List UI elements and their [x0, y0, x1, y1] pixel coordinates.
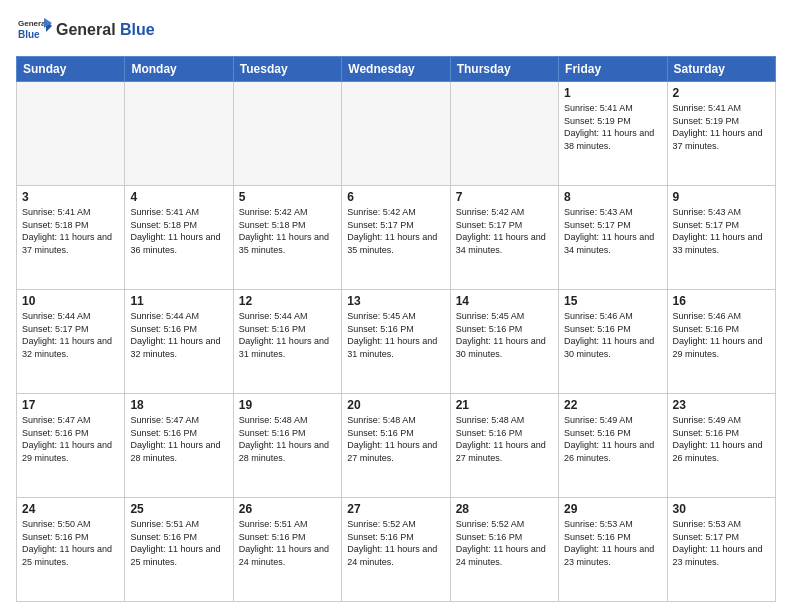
day-number: 2 — [673, 86, 770, 100]
day-cell: 20Sunrise: 5:48 AMSunset: 5:16 PMDayligh… — [342, 394, 450, 498]
col-header-saturday: Saturday — [667, 57, 775, 82]
day-info: Sunrise: 5:44 AMSunset: 5:16 PMDaylight:… — [130, 310, 227, 360]
day-info: Sunrise: 5:47 AMSunset: 5:16 PMDaylight:… — [22, 414, 119, 464]
day-number: 5 — [239, 190, 336, 204]
day-cell: 23Sunrise: 5:49 AMSunset: 5:16 PMDayligh… — [667, 394, 775, 498]
day-cell: 8Sunrise: 5:43 AMSunset: 5:17 PMDaylight… — [559, 186, 667, 290]
day-info: Sunrise: 5:48 AMSunset: 5:16 PMDaylight:… — [456, 414, 553, 464]
day-info: Sunrise: 5:44 AMSunset: 5:17 PMDaylight:… — [22, 310, 119, 360]
day-cell — [17, 82, 125, 186]
day-cell: 30Sunrise: 5:53 AMSunset: 5:17 PMDayligh… — [667, 498, 775, 602]
logo: General Blue General Blue — [16, 12, 155, 48]
svg-text:General: General — [18, 19, 48, 28]
day-cell — [450, 82, 558, 186]
day-cell: 3Sunrise: 5:41 AMSunset: 5:18 PMDaylight… — [17, 186, 125, 290]
day-info: Sunrise: 5:42 AMSunset: 5:17 PMDaylight:… — [347, 206, 444, 256]
day-info: Sunrise: 5:41 AMSunset: 5:18 PMDaylight:… — [130, 206, 227, 256]
col-header-friday: Friday — [559, 57, 667, 82]
logo-svg: General Blue — [16, 12, 52, 48]
day-info: Sunrise: 5:48 AMSunset: 5:16 PMDaylight:… — [347, 414, 444, 464]
day-cell: 24Sunrise: 5:50 AMSunset: 5:16 PMDayligh… — [17, 498, 125, 602]
day-number: 23 — [673, 398, 770, 412]
day-info: Sunrise: 5:44 AMSunset: 5:16 PMDaylight:… — [239, 310, 336, 360]
day-cell: 17Sunrise: 5:47 AMSunset: 5:16 PMDayligh… — [17, 394, 125, 498]
day-number: 15 — [564, 294, 661, 308]
day-cell: 9Sunrise: 5:43 AMSunset: 5:17 PMDaylight… — [667, 186, 775, 290]
day-cell: 6Sunrise: 5:42 AMSunset: 5:17 PMDaylight… — [342, 186, 450, 290]
day-number: 8 — [564, 190, 661, 204]
day-info: Sunrise: 5:49 AMSunset: 5:16 PMDaylight:… — [673, 414, 770, 464]
day-number: 18 — [130, 398, 227, 412]
day-cell — [342, 82, 450, 186]
day-info: Sunrise: 5:45 AMSunset: 5:16 PMDaylight:… — [456, 310, 553, 360]
day-info: Sunrise: 5:52 AMSunset: 5:16 PMDaylight:… — [456, 518, 553, 568]
svg-text:Blue: Blue — [18, 29, 40, 40]
day-number: 21 — [456, 398, 553, 412]
day-info: Sunrise: 5:41 AMSunset: 5:18 PMDaylight:… — [22, 206, 119, 256]
day-number: 13 — [347, 294, 444, 308]
day-number: 10 — [22, 294, 119, 308]
week-row-0: 1Sunrise: 5:41 AMSunset: 5:19 PMDaylight… — [17, 82, 776, 186]
day-number: 16 — [673, 294, 770, 308]
day-cell: 5Sunrise: 5:42 AMSunset: 5:18 PMDaylight… — [233, 186, 341, 290]
day-number: 20 — [347, 398, 444, 412]
day-number: 22 — [564, 398, 661, 412]
day-cell: 27Sunrise: 5:52 AMSunset: 5:16 PMDayligh… — [342, 498, 450, 602]
day-number: 17 — [22, 398, 119, 412]
day-number: 27 — [347, 502, 444, 516]
day-cell: 15Sunrise: 5:46 AMSunset: 5:16 PMDayligh… — [559, 290, 667, 394]
day-info: Sunrise: 5:51 AMSunset: 5:16 PMDaylight:… — [130, 518, 227, 568]
day-cell: 12Sunrise: 5:44 AMSunset: 5:16 PMDayligh… — [233, 290, 341, 394]
day-number: 24 — [22, 502, 119, 516]
day-info: Sunrise: 5:41 AMSunset: 5:19 PMDaylight:… — [673, 102, 770, 152]
week-row-3: 17Sunrise: 5:47 AMSunset: 5:16 PMDayligh… — [17, 394, 776, 498]
day-info: Sunrise: 5:51 AMSunset: 5:16 PMDaylight:… — [239, 518, 336, 568]
day-cell: 13Sunrise: 5:45 AMSunset: 5:16 PMDayligh… — [342, 290, 450, 394]
col-header-monday: Monday — [125, 57, 233, 82]
day-number: 3 — [22, 190, 119, 204]
week-row-2: 10Sunrise: 5:44 AMSunset: 5:17 PMDayligh… — [17, 290, 776, 394]
day-cell: 10Sunrise: 5:44 AMSunset: 5:17 PMDayligh… — [17, 290, 125, 394]
day-number: 9 — [673, 190, 770, 204]
day-cell: 25Sunrise: 5:51 AMSunset: 5:16 PMDayligh… — [125, 498, 233, 602]
day-cell: 26Sunrise: 5:51 AMSunset: 5:16 PMDayligh… — [233, 498, 341, 602]
day-info: Sunrise: 5:48 AMSunset: 5:16 PMDaylight:… — [239, 414, 336, 464]
day-cell: 19Sunrise: 5:48 AMSunset: 5:16 PMDayligh… — [233, 394, 341, 498]
col-header-tuesday: Tuesday — [233, 57, 341, 82]
day-cell: 28Sunrise: 5:52 AMSunset: 5:16 PMDayligh… — [450, 498, 558, 602]
day-number: 11 — [130, 294, 227, 308]
header: General Blue General Blue — [16, 12, 776, 48]
day-number: 12 — [239, 294, 336, 308]
week-row-4: 24Sunrise: 5:50 AMSunset: 5:16 PMDayligh… — [17, 498, 776, 602]
day-info: Sunrise: 5:50 AMSunset: 5:16 PMDaylight:… — [22, 518, 119, 568]
day-info: Sunrise: 5:53 AMSunset: 5:17 PMDaylight:… — [673, 518, 770, 568]
day-number: 4 — [130, 190, 227, 204]
day-cell — [125, 82, 233, 186]
day-number: 25 — [130, 502, 227, 516]
day-info: Sunrise: 5:47 AMSunset: 5:16 PMDaylight:… — [130, 414, 227, 464]
day-cell: 14Sunrise: 5:45 AMSunset: 5:16 PMDayligh… — [450, 290, 558, 394]
day-number: 7 — [456, 190, 553, 204]
calendar-header-row: SundayMondayTuesdayWednesdayThursdayFrid… — [17, 57, 776, 82]
logo-blue-text: Blue — [120, 21, 155, 38]
col-header-sunday: Sunday — [17, 57, 125, 82]
day-number: 30 — [673, 502, 770, 516]
day-info: Sunrise: 5:52 AMSunset: 5:16 PMDaylight:… — [347, 518, 444, 568]
day-info: Sunrise: 5:42 AMSunset: 5:17 PMDaylight:… — [456, 206, 553, 256]
day-cell: 1Sunrise: 5:41 AMSunset: 5:19 PMDaylight… — [559, 82, 667, 186]
day-cell: 7Sunrise: 5:42 AMSunset: 5:17 PMDaylight… — [450, 186, 558, 290]
day-info: Sunrise: 5:46 AMSunset: 5:16 PMDaylight:… — [564, 310, 661, 360]
day-number: 1 — [564, 86, 661, 100]
col-header-wednesday: Wednesday — [342, 57, 450, 82]
day-info: Sunrise: 5:43 AMSunset: 5:17 PMDaylight:… — [564, 206, 661, 256]
day-number: 14 — [456, 294, 553, 308]
calendar-table: SundayMondayTuesdayWednesdayThursdayFrid… — [16, 56, 776, 602]
day-number: 28 — [456, 502, 553, 516]
day-info: Sunrise: 5:42 AMSunset: 5:18 PMDaylight:… — [239, 206, 336, 256]
day-number: 29 — [564, 502, 661, 516]
day-number: 6 — [347, 190, 444, 204]
page: General Blue General Blue SundayMondayTu… — [0, 0, 792, 612]
day-cell: 29Sunrise: 5:53 AMSunset: 5:16 PMDayligh… — [559, 498, 667, 602]
week-row-1: 3Sunrise: 5:41 AMSunset: 5:18 PMDaylight… — [17, 186, 776, 290]
day-info: Sunrise: 5:53 AMSunset: 5:16 PMDaylight:… — [564, 518, 661, 568]
